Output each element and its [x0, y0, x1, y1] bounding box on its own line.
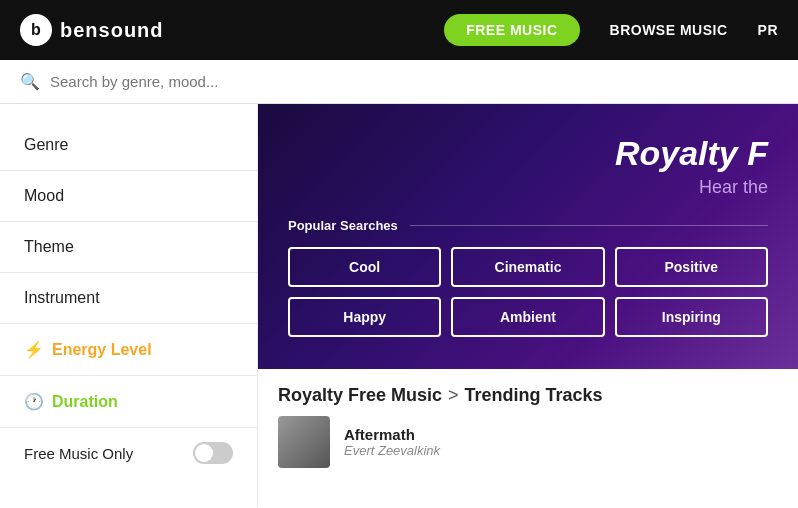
hero-banner: Royalty F Hear the Popular Searches Cool…: [258, 104, 798, 369]
instrument-label: Instrument: [24, 289, 100, 307]
sidebar-item-mood[interactable]: Mood: [0, 175, 257, 217]
logo-text: bensound: [60, 19, 164, 42]
search-buttons-grid: Cool Cinematic Positive Happy Ambient In…: [288, 247, 768, 337]
logo-area: b bensound: [20, 14, 424, 46]
sidebar-divider-6: [0, 427, 257, 428]
content-scroll: Royalty Free Music > Trending Tracks Aft…: [258, 369, 798, 468]
hero-title: Royalty F: [288, 134, 768, 173]
sidebar-divider-2: [0, 221, 257, 222]
track-thumbnail: [278, 416, 330, 468]
sidebar-divider-5: [0, 375, 257, 376]
sidebar-item-genre[interactable]: Genre: [0, 124, 257, 166]
breadcrumb-part1[interactable]: Royalty Free Music: [278, 385, 442, 406]
search-btn-positive[interactable]: Positive: [615, 247, 768, 287]
sidebar-divider-4: [0, 323, 257, 324]
sidebar-item-energy-level[interactable]: ⚡ Energy Level: [0, 328, 257, 371]
free-music-only-label: Free Music Only: [24, 445, 133, 462]
browse-music-link[interactable]: BROWSE MUSIC: [610, 22, 728, 38]
mood-label: Mood: [24, 187, 64, 205]
search-btn-cool[interactable]: Cool: [288, 247, 441, 287]
header: b bensound FREE MUSIC BROWSE MUSIC PR: [0, 0, 798, 60]
free-music-only-toggle[interactable]: [193, 442, 233, 464]
search-icon: 🔍: [20, 72, 40, 91]
table-row: Aftermath Evert Zeevalkink: [278, 416, 778, 468]
breadcrumb-separator: >: [448, 385, 459, 406]
track-info: Aftermath Evert Zeevalkink: [344, 426, 440, 458]
sidebar-divider-1: [0, 170, 257, 171]
track-artist: Evert Zeevalkink: [344, 443, 440, 458]
search-btn-happy[interactable]: Happy: [288, 297, 441, 337]
energy-icon: ⚡: [24, 340, 44, 359]
content-area: Royalty F Hear the Popular Searches Cool…: [258, 104, 798, 507]
energy-level-label: Energy Level: [52, 341, 152, 359]
sidebar-item-duration[interactable]: 🕐 Duration: [0, 380, 257, 423]
duration-label: Duration: [52, 393, 118, 411]
breadcrumb-part2: Trending Tracks: [465, 385, 603, 406]
duration-icon: 🕐: [24, 392, 44, 411]
popular-searches-label: Popular Searches: [288, 218, 768, 233]
track-title: Aftermath: [344, 426, 440, 443]
sidebar-item-theme[interactable]: Theme: [0, 226, 257, 268]
main-layout: Genre Mood Theme Instrument ⚡ Energy Lev…: [0, 104, 798, 507]
search-btn-cinematic[interactable]: Cinematic: [451, 247, 604, 287]
sidebar: Genre Mood Theme Instrument ⚡ Energy Lev…: [0, 104, 258, 507]
nav-area: FREE MUSIC BROWSE MUSIC PR: [444, 14, 778, 46]
sidebar-item-instrument[interactable]: Instrument: [0, 277, 257, 319]
hero-subtitle: Hear the: [288, 177, 768, 198]
search-input[interactable]: [50, 73, 350, 90]
search-btn-ambient[interactable]: Ambient: [451, 297, 604, 337]
genre-label: Genre: [24, 136, 68, 154]
theme-label: Theme: [24, 238, 74, 256]
sidebar-divider-3: [0, 272, 257, 273]
pro-link[interactable]: PR: [758, 22, 778, 38]
free-music-button[interactable]: FREE MUSIC: [444, 14, 579, 46]
breadcrumb: Royalty Free Music > Trending Tracks: [278, 369, 778, 416]
search-btn-inspiring[interactable]: Inspiring: [615, 297, 768, 337]
search-bar: 🔍: [0, 60, 798, 104]
free-music-only-row: Free Music Only: [0, 432, 257, 474]
logo-icon: b: [20, 14, 52, 46]
